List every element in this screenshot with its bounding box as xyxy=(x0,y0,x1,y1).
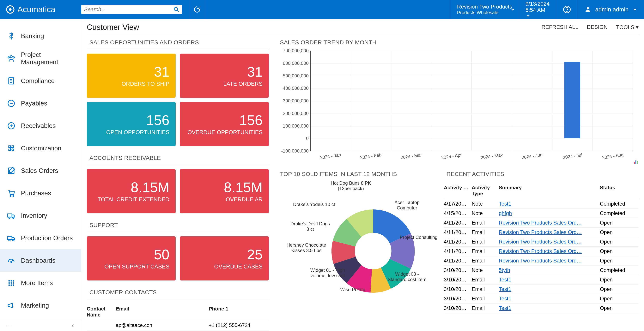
activity-row[interactable]: 4/17/20…NoteTest1Completed xyxy=(444,199,638,209)
col-contact-name[interactable]: Contact Name xyxy=(87,306,116,318)
activity-row[interactable]: 3/10/20…Note5tythCompleted xyxy=(444,266,638,275)
svg-point-34 xyxy=(355,233,391,269)
kpi-late-orders[interactable]: 31 LATE ORDERS xyxy=(180,54,269,98)
sidebar-item-banking[interactable]: Banking xyxy=(0,25,81,47)
activity-row[interactable]: 3/10/20…EmailTest1Open xyxy=(444,294,638,304)
svg-point-21 xyxy=(11,262,12,263)
activity-link[interactable]: ghfgh xyxy=(499,210,512,216)
kpi-open-support[interactable]: 50 OPEN SUPPORT CASES xyxy=(87,236,176,280)
activity-row[interactable]: 3/10/20…EmailTest1Open xyxy=(444,304,638,313)
section-trend: SALES ORDER TREND BY MONTH xyxy=(277,35,638,49)
kpi-overdue-ar[interactable]: 8.15M OVERDUE AR xyxy=(180,169,269,213)
activity-link[interactable]: Test1 xyxy=(499,277,511,282)
sidebar-item-production-orders[interactable]: Production Orders xyxy=(0,227,81,249)
pie-label: Acer Laptop Computer xyxy=(386,200,428,210)
sidebar-item-sales-orders[interactable]: Sales Orders xyxy=(0,160,81,182)
sidebar-item-label: Marketing xyxy=(21,302,49,309)
contact-row[interactable]: ap@altaace.con+1 (212) 555-6724 xyxy=(87,320,269,330)
pie-label: Wise Potato xyxy=(332,287,374,292)
sidebar-item-inventory[interactable]: Inventory xyxy=(0,204,81,227)
activity-link[interactable]: Test1 xyxy=(499,296,511,302)
activity-link[interactable]: Revision Two Products Sales Ord… xyxy=(499,220,582,226)
svg-point-22 xyxy=(8,280,10,282)
activity-link[interactable]: Test1 xyxy=(499,305,511,311)
section-top10: TOP 10 SOLD ITEMS IN LAST 12 MONTHS xyxy=(277,166,436,181)
activity-link[interactable]: Test1 xyxy=(499,201,511,207)
kpi-orders-to-ship[interactable]: 31 ORDERS TO SHIP xyxy=(87,54,176,98)
activity-row[interactable]: 4/11/20…EmailRevision Two Products Sales… xyxy=(444,218,638,228)
top10-pie-chart[interactable]: Hot Dog Buns 8 PK (12per pack)Acer Lapto… xyxy=(277,182,436,291)
collapse-icon[interactable] xyxy=(70,323,75,328)
svg-point-28 xyxy=(8,284,10,286)
activity-row[interactable]: 4/11/20…EmailRevision Two Products Sales… xyxy=(444,237,638,246)
sidebar: BankingProject ManagementCompliancePayab… xyxy=(0,19,81,331)
col-summary[interactable]: Summary xyxy=(499,185,600,197)
activity-link[interactable]: Revision Two Products Sales Ord… xyxy=(499,258,582,264)
svg-point-2 xyxy=(174,7,178,11)
kpi-credit-extended[interactable]: 8.15M TOTAL CREDIT EXTENDED xyxy=(87,169,176,213)
sidebar-item-project-management[interactable]: Project Management xyxy=(0,47,81,70)
activity-row[interactable]: 3/10/20…EmailTest1Open xyxy=(444,284,638,294)
activity-row[interactable]: 3/10/20…EmailTest1Open xyxy=(444,275,638,284)
svg-point-1 xyxy=(9,8,12,11)
edit-icon xyxy=(7,166,16,175)
svg-rect-32 xyxy=(636,160,636,164)
sidebar-item-label: Inventory xyxy=(21,212,47,219)
activity-row[interactable]: 4/15/20…NoteghfghCompleted xyxy=(444,209,638,218)
sales-trend-chart[interactable]: 700,000,000600,000,000500,000,000400,000… xyxy=(277,51,638,164)
search-box[interactable] xyxy=(81,5,182,14)
sidebar-footer: ⋯ xyxy=(0,320,81,331)
kpi-overdue-cases[interactable]: 25 OVERDUE CASES xyxy=(180,236,269,280)
col-phone[interactable]: Phone 1 xyxy=(209,306,269,318)
kpi-overdue-opportunities[interactable]: 156 OVERDUE OPPORTUNITIES xyxy=(180,102,269,146)
svg-point-19 xyxy=(9,240,10,241)
activity-row[interactable]: 4/11/20…EmailRevision Two Products Sales… xyxy=(444,256,638,266)
user-menu[interactable]: admin admin xyxy=(578,0,644,19)
sidebar-item-label: More Items xyxy=(21,279,53,287)
document-icon xyxy=(7,77,16,85)
sidebar-item-receivables[interactable]: Receivables xyxy=(0,114,81,137)
kpi-open-opportunities[interactable]: 156 OPEN OPPORTUNITIES xyxy=(87,102,176,146)
activity-link[interactable]: Test1 xyxy=(499,286,511,292)
col-email[interactable]: Email xyxy=(116,306,209,318)
sidebar-item-purchases[interactable]: Purchases xyxy=(0,182,81,204)
pie-label: Hershey Chocolate Kisses 3.5 Lbs xyxy=(285,242,328,253)
svg-point-24 xyxy=(12,280,14,282)
pie-label: Drake's Devil Dogs 8 ct xyxy=(289,221,332,232)
activity-row[interactable]: 4/11/20…EmailRevision Two Products Sales… xyxy=(444,228,638,237)
search-icon xyxy=(174,6,179,12)
tools-button[interactable]: TOOLS ▾ xyxy=(616,24,638,30)
sidebar-item-more-items[interactable]: More Items xyxy=(0,272,81,294)
section-support: SUPPORT xyxy=(87,218,269,232)
svg-point-4 xyxy=(567,11,567,12)
sidebar-item-payables[interactable]: Payables xyxy=(0,92,81,114)
more-icon[interactable]: ⋯ xyxy=(6,322,12,330)
logo[interactable]: Acumatica xyxy=(0,5,81,14)
section-activities: RECENT ACTIVITIES xyxy=(444,166,638,181)
sidebar-item-compliance[interactable]: Compliance xyxy=(0,70,81,92)
col-status[interactable]: Status xyxy=(600,185,638,197)
puzzle-icon xyxy=(7,144,16,152)
help-button[interactable] xyxy=(556,0,578,19)
sidebar-item-marketing[interactable]: Marketing xyxy=(0,294,81,317)
refresh-button[interactable] xyxy=(189,0,205,19)
activity-link[interactable]: Revision Two Products Sales Ord… xyxy=(499,230,582,235)
col-activity-type[interactable]: Activity Type xyxy=(472,185,499,197)
refresh-all-button[interactable]: REFRESH ALL xyxy=(542,24,578,30)
section-sales-opportunities: SALES OPPORTUNITIES AND ORDERS xyxy=(87,35,269,49)
design-button[interactable]: DESIGN xyxy=(587,24,608,30)
branch-name: Products Wholesale xyxy=(457,10,512,15)
company-name: Revision Two Products xyxy=(457,4,512,10)
sidebar-item-customization[interactable]: Customization xyxy=(0,137,81,160)
business-date[interactable]: 9/13/2024 5:54 AM xyxy=(519,0,556,19)
sidebar-item-dashboards[interactable]: Dashboards xyxy=(0,249,81,272)
company-selector[interactable]: Revision Two Products Products Wholesale xyxy=(450,0,518,19)
activity-link[interactable]: Revision Two Products Sales Ord… xyxy=(499,248,582,254)
chart-type-icon[interactable] xyxy=(633,159,638,164)
search-input[interactable] xyxy=(84,6,174,12)
activity-link[interactable]: Revision Two Products Sales Ord… xyxy=(499,239,582,245)
col-activity-date[interactable]: Activity Date xyxy=(444,185,472,197)
activity-row[interactable]: 4/11/20…EmailRevision Two Products Sales… xyxy=(444,246,638,256)
svg-point-14 xyxy=(13,196,14,197)
activity-link[interactable]: 5tyth xyxy=(499,267,510,273)
